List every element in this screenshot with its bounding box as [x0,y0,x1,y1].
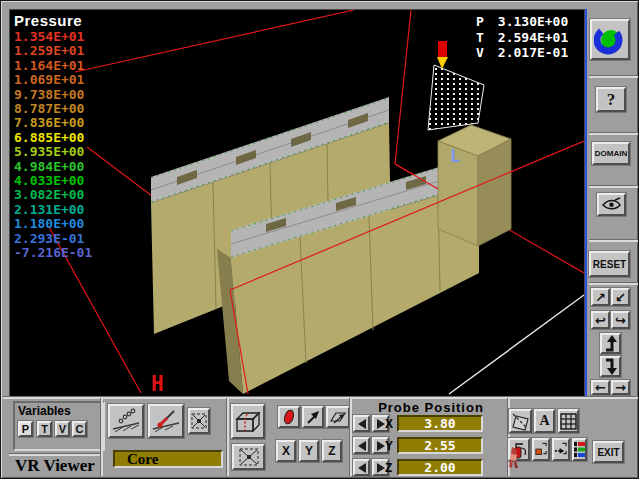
select-region-button[interactable] [532,438,550,461]
grid-icon [560,413,577,430]
readout-row: V 2.017E-01 [476,45,568,61]
probe-tool-button[interactable] [148,404,184,438]
viewport-sidebar-divider [585,9,587,398]
legend-entry: 4.984E+00 [14,160,92,174]
probe-readout: P 3.130E+00 T 2.594E+01 V 2.017E-01 [476,14,568,61]
3d-scene: H L [10,10,584,397]
bracket-arrow-icon [554,441,568,458]
plane-display-button[interactable] [278,406,300,428]
help-button[interactable]: ? [596,87,626,112]
logo-button[interactable] [590,19,630,60]
region-box-small-button[interactable] [188,408,210,434]
grid-button[interactable] [558,409,579,433]
cut-plane-button[interactable] [231,404,265,439]
move-down-button[interactable] [600,356,621,377]
legend-entry: 8.787E+00 [14,102,92,116]
rotate-right-button[interactable]: ↪ [611,311,630,329]
probe-y-decrement[interactable] [353,437,370,454]
left-triangle-icon [358,419,366,429]
probe-z-label: Z [385,461,392,475]
legend-entry: 1.180E+00 [14,217,92,231]
legend-entry: 1.164E+01 [14,59,92,73]
fire-extinguisher-icon [511,441,528,459]
legend-entry: 9.738E+00 [14,88,92,102]
left-triangle-icon [358,441,366,451]
view-direction-button[interactable] [597,193,626,216]
readout-label: P [476,14,484,30]
snapshot-button[interactable] [509,409,532,433]
legend-palette-button[interactable] [572,438,587,461]
cradle-logo-icon [594,24,626,56]
plane-orient-button[interactable] [326,406,350,428]
legend-entry: 5.935E+00 [14,145,92,159]
particles-icon [111,408,141,434]
probe-x-decrement[interactable] [353,415,370,432]
legend-entry: 3.082E+00 [14,188,92,202]
legend-entry: 1.259E+01 [14,44,92,58]
hook-arrow-down-icon [603,358,619,375]
probe-x-value[interactable]: 3.80 [397,415,483,432]
axis-z-button[interactable]: Z [322,440,342,462]
rotate-left-button[interactable]: ↩ [591,311,610,329]
core-select[interactable]: Core [113,450,223,468]
exit-button[interactable]: EXIT [593,441,624,463]
variable-c-button[interactable]: C [72,421,87,437]
readout-row: P 3.130E+00 [476,14,568,30]
pressure-legend: Pressure 1.354E+011.259E+011.164E+011.06… [14,12,92,261]
zoom-out-button[interactable]: ↙ [611,288,630,306]
move-right-button[interactable]: → [611,380,630,395]
variable-t-button[interactable]: T [37,421,52,437]
red-plane-icon [281,408,297,426]
3d-viewport[interactable]: H L Pressure 1.354E+011.259E+011.164E+01… [9,9,585,398]
zoom-in-button[interactable]: ↗ [591,288,610,306]
legend-entries: 1.354E+011.259E+011.164E+011.069E+019.73… [14,30,92,261]
probe-z-value[interactable]: 2.00 [397,459,483,476]
axis-y-button[interactable]: Y [299,440,319,462]
sheet-pen-icon [511,412,530,431]
legend-entry: 1.069E+01 [14,73,92,87]
probe-y-value[interactable]: 2.55 [397,437,483,454]
readout-value: 2.017E-01 [498,45,568,61]
probe-z-decrement[interactable] [353,459,370,476]
readout-label: T [476,30,484,46]
plane-move-button[interactable] [302,406,324,428]
bracket-square-icon [534,441,548,458]
left-triangle-icon [358,463,366,473]
domain-button[interactable]: DOMAIN [592,142,630,165]
probe-x-label: X [385,417,393,431]
variable-p-button[interactable]: P [18,421,33,437]
axis-x-button[interactable]: X [276,440,296,462]
readout-value: 2.594E+01 [498,30,568,46]
dashed-box-x-icon [239,448,259,466]
legend-title: Pressure [14,12,92,29]
move-up-button[interactable] [600,333,621,354]
annotation-button[interactable]: A [534,409,555,433]
probe-position-title: Probe Position [353,400,509,415]
right-triangle-icon [377,463,385,473]
extinguisher-tool-button[interactable] [508,438,530,461]
move-left-button[interactable]: ← [591,380,610,395]
particle-trace-button[interactable] [108,404,144,438]
readout-label: V [476,45,484,61]
variables-title: Variables [18,404,71,418]
ne-arrow-icon [305,409,321,425]
legend-entry: 6.885E+00 [14,131,92,145]
readout-value: 3.130E+00 [498,14,568,30]
high-marker-label: H [151,372,164,396]
reset-button[interactable]: RESET [589,251,630,277]
legend-entry: 7.836E+00 [14,116,92,130]
region-box-button[interactable] [232,444,265,470]
probe-y-label: Y [385,439,393,453]
rgb-bars-icon [574,441,585,458]
move-region-button[interactable] [552,438,570,461]
legend-entry: 1.354E+01 [14,30,92,44]
legend-entry: 2.131E+00 [14,203,92,217]
legend-entry: -7.216E-01 [14,246,92,260]
low-marker-label: L [450,146,460,166]
dashed-box-x-icon [191,413,207,429]
eye-icon [601,197,622,212]
legend-entry: 4.033E+00 [14,174,92,188]
hook-arrow-up-icon [603,335,619,352]
variable-v-button[interactable]: V [55,421,70,437]
box-cut-icon [234,410,262,434]
